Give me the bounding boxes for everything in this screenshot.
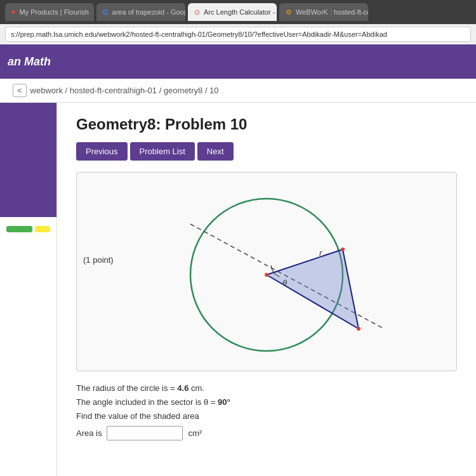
sidebar: [0, 103, 57, 476]
diagram-box: (1 point) r θ: [76, 172, 457, 371]
address-bar[interactable]: [5, 27, 471, 42]
tab-flourish[interactable]: ♥ My Products | Flourish ✕: [5, 3, 94, 21]
progress-bar-green: [6, 226, 32, 232]
angle-value: 90°: [218, 397, 230, 407]
previous-button[interactable]: Previous: [76, 142, 128, 161]
breadcrumb: < webwork / hosted-ft-centralhigh-01 / g…: [0, 79, 476, 103]
answer-input[interactable]: [107, 426, 183, 440]
answer-label: Area is: [76, 426, 102, 440]
diagram-svg: r θ: [149, 183, 384, 360]
webwork-icon: ⚙: [286, 8, 292, 17]
breadcrumb-text: webwork / hosted-ft-centralhigh-01 / geo…: [30, 86, 219, 95]
top-nav: an Math: [0, 44, 476, 79]
button-row: Previous Problem List Next: [76, 142, 457, 161]
svg-point-9: [357, 327, 360, 331]
page-wrapper: an Math < webwork / hosted-ft-centralhig…: [0, 44, 476, 476]
tab-webwork[interactable]: ⚙ WeBWorK : hosted-ft-ce ✕: [279, 3, 368, 21]
sidebar-bottom-section: [0, 217, 56, 239]
progress-row: [6, 226, 50, 232]
sidebar-top-section: [0, 103, 56, 217]
nav-logo: an Math: [8, 55, 51, 69]
calculator-icon: ⊙: [194, 8, 200, 17]
next-button[interactable]: Next: [197, 142, 234, 161]
page-title: Geometry8: Problem 10: [76, 116, 457, 133]
browser-tabs: ♥ My Products | Flourish ✕ G area of tra…: [0, 0, 476, 24]
progress-bar-yellow: [35, 226, 50, 232]
problem-text: The radius of the circle is = 4.6 cm. Th…: [76, 381, 457, 440]
point-label: (1 point): [83, 255, 114, 265]
svg-text:θ: θ: [282, 278, 287, 288]
svg-point-7: [265, 273, 268, 277]
problem-line3: Find the value of the shaded area: [76, 409, 457, 423]
problem-line2: The angle included in the sector is θ = …: [76, 395, 457, 409]
main-content: Geometry8: Problem 10 Previous Problem L…: [0, 103, 476, 476]
problem-list-button[interactable]: Problem List: [130, 142, 195, 161]
tab-google[interactable]: G area of trapezoid - Goog ✕: [96, 3, 185, 21]
google-icon: G: [103, 8, 109, 16]
svg-text:r: r: [319, 248, 322, 258]
radius-value: 4.6: [177, 383, 188, 393]
answer-unit: cm²: [188, 426, 202, 440]
content-area: Geometry8: Problem 10 Previous Problem L…: [57, 103, 476, 476]
tab-arc-calc[interactable]: ⊙ Arc Length Calculator - ✕: [188, 3, 277, 21]
breadcrumb-back-button[interactable]: <: [13, 84, 27, 97]
svg-point-8: [341, 248, 345, 251]
heart-icon: ♥: [11, 8, 16, 16]
address-bar-row: [0, 24, 476, 44]
answer-row: Area is cm²: [76, 426, 457, 440]
problem-line1: The radius of the circle is = 4.6 cm.: [76, 381, 457, 395]
tab-close-flourish[interactable]: ✕: [93, 9, 94, 16]
